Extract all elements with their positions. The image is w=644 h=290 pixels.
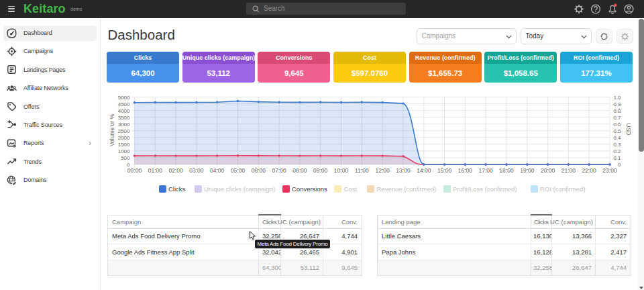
svg-text:0.3: 0.3 — [613, 142, 621, 148]
svg-text:1500: 1500 — [118, 142, 130, 148]
svg-text:04:00: 04:00 — [210, 167, 225, 174]
svg-text:06:00: 06:00 — [252, 167, 266, 174]
svg-text:5000: 5000 — [118, 95, 130, 101]
svg-text:07:00: 07:00 — [272, 167, 286, 174]
svg-text:USD: USD — [625, 124, 632, 136]
svg-text:19:00: 19:00 — [520, 167, 535, 174]
svg-text:00:00: 00:00 — [127, 167, 142, 174]
svg-text:1000: 1000 — [118, 148, 130, 154]
svg-text:0.8: 0.8 — [613, 108, 621, 114]
svg-text:18:00: 18:00 — [499, 167, 514, 174]
svg-text:16:00: 16:00 — [458, 167, 473, 174]
svg-text:0.9: 0.9 — [613, 101, 621, 107]
svg-text:2500: 2500 — [118, 128, 130, 134]
svg-text:03:00: 03:00 — [189, 167, 204, 174]
svg-text:0.6: 0.6 — [613, 122, 621, 128]
svg-text:1.0: 1.0 — [613, 95, 621, 101]
svg-text:0.2: 0.2 — [613, 148, 621, 154]
svg-text:14:00: 14:00 — [417, 167, 431, 174]
svg-text:11:00: 11:00 — [355, 167, 369, 174]
svg-text:3500: 3500 — [118, 115, 130, 121]
svg-text:09:00: 09:00 — [313, 167, 328, 174]
svg-text:23:00: 23:00 — [602, 167, 617, 174]
svg-text:20:00: 20:00 — [541, 167, 555, 174]
svg-text:4500: 4500 — [118, 101, 130, 107]
svg-text:0.4: 0.4 — [613, 135, 621, 141]
svg-text:10:00: 10:00 — [334, 167, 349, 174]
svg-text:17:00: 17:00 — [479, 167, 494, 174]
svg-text:3000: 3000 — [118, 122, 130, 128]
svg-text:02:00: 02:00 — [168, 167, 183, 174]
svg-text:4000: 4000 — [118, 108, 130, 114]
svg-text:05:00: 05:00 — [231, 167, 246, 174]
svg-text:21:00: 21:00 — [561, 167, 576, 174]
svg-text:500: 500 — [121, 155, 130, 161]
svg-text:13:00: 13:00 — [396, 167, 411, 174]
svg-text:22:00: 22:00 — [582, 167, 597, 174]
svg-text:0.1: 0.1 — [613, 155, 621, 161]
svg-text:12:00: 12:00 — [376, 167, 390, 174]
svg-text:Volume or %: Volume or % — [109, 113, 115, 146]
svg-text:0: 0 — [618, 162, 621, 168]
svg-text:01:00: 01:00 — [148, 167, 163, 174]
svg-text:0.7: 0.7 — [613, 115, 621, 121]
svg-text:08:00: 08:00 — [292, 167, 307, 174]
svg-text:2000: 2000 — [118, 135, 130, 141]
svg-text:0.5: 0.5 — [613, 128, 621, 134]
svg-text:15:00: 15:00 — [437, 167, 452, 174]
